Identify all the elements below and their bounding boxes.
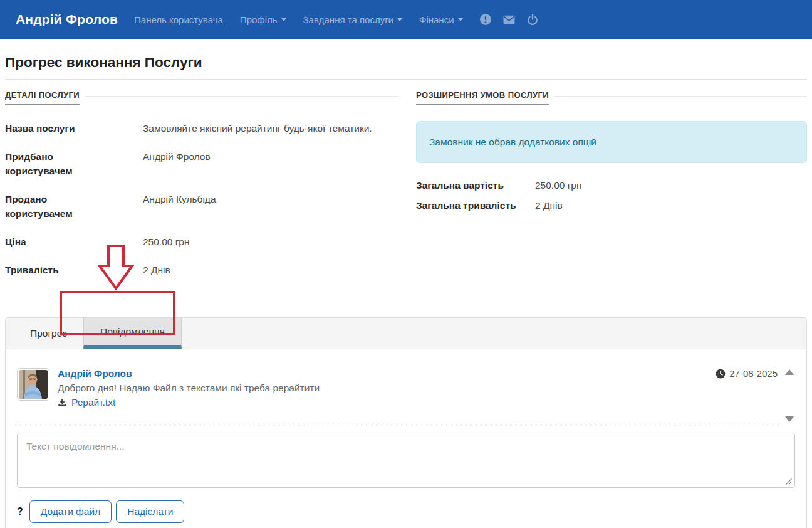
- detail-label: Продано користувачем: [5, 192, 100, 221]
- message-separator: [17, 425, 781, 425]
- nav-item-label: Профіль: [240, 14, 278, 25]
- top-navbar: Андрій Фролов Панель користувача Профіль…: [0, 0, 812, 39]
- nav-item-label: Завдання та послуги: [303, 14, 393, 25]
- message-list: Андрій Фролов Доброго дня! Надаю Файл з …: [6, 349, 806, 417]
- detail-label: Ціна: [5, 235, 100, 249]
- total-label: Загальна тривалість: [416, 198, 535, 213]
- detail-label: Тривалість: [5, 263, 100, 277]
- detail-label: Назва послуги: [5, 121, 100, 135]
- total-cost-row: Загальна вартість 250.00 грн: [416, 178, 807, 193]
- add-file-button[interactable]: Додати файл: [29, 500, 112, 523]
- chevron-down-icon: [281, 18, 286, 21]
- message-scrollbar: [785, 369, 794, 417]
- detail-row-seller: Продано користувачем Андрій Кульбіда: [5, 192, 398, 221]
- nav-item-profile[interactable]: Профіль: [240, 14, 286, 25]
- heading-rule: [554, 96, 807, 97]
- nav-icons: [480, 14, 550, 25]
- page-title: Прогрес виконання Послуги: [5, 55, 807, 71]
- heading-rule: [85, 96, 398, 97]
- message-item: Андрій Фролов Доброго дня! Надаю Файл з …: [17, 368, 779, 417]
- mail-icon[interactable]: [503, 14, 515, 25]
- total-label: Загальна вартість: [416, 178, 535, 193]
- total-duration-row: Загальна тривалість 2 Днів: [416, 198, 807, 213]
- nav-item-tasks-services[interactable]: Завдання та послуги: [303, 14, 402, 25]
- messages-panel: Андрій Фролов Доброго дня! Надаю Файл з …: [5, 349, 807, 528]
- scroll-up-icon[interactable]: [785, 369, 794, 375]
- detail-row-duration: Тривалість 2 Днів: [5, 263, 398, 277]
- download-icon: [58, 398, 67, 408]
- extensions-heading: РОЗШИРЕННЯ УМОВ ПОСЛУГИ: [416, 90, 807, 105]
- detail-row-buyer: Придбано користувачем Андрій Фролов: [5, 149, 398, 178]
- tab-progress[interactable]: Прогрес: [14, 318, 83, 349]
- composer-actions: ? Додати файл Надіслати: [17, 500, 795, 523]
- tab-messages[interactable]: Повідомлення: [83, 318, 182, 349]
- detail-value: Андрій Фролов: [143, 149, 211, 178]
- detail-label: Придбано користувачем: [5, 149, 100, 178]
- attachment-name: Рерайт.txt: [71, 397, 115, 408]
- detail-value: 250.00 грн: [143, 235, 190, 249]
- message-timestamp: 27-08-2025: [716, 368, 778, 379]
- detail-value: Замовляйте якісний рерайтинг будь-якої т…: [143, 121, 372, 135]
- send-button[interactable]: Надіслати: [116, 500, 184, 523]
- nav-item-label: Панель користувача: [134, 14, 223, 25]
- tab-bar: Прогрес Повідомлення: [5, 317, 807, 349]
- scroll-down-icon[interactable]: [785, 416, 794, 422]
- total-value: 250.00 грн: [535, 178, 582, 193]
- clock-icon: [716, 369, 726, 379]
- message-author-link[interactable]: Андрій Фролов: [58, 368, 320, 379]
- tab-label: Повідомлення: [100, 326, 165, 337]
- nav-links: Панель користувача Профіль Завдання та п…: [134, 14, 479, 25]
- chevron-down-icon: [458, 18, 463, 21]
- total-value: 2 Днів: [535, 198, 563, 213]
- brand-user-name[interactable]: Андрій Фролов: [16, 12, 118, 27]
- message-composer: [17, 433, 795, 490]
- service-details-section: ДЕТАЛІ ПОСЛУГИ Назва послуги Замовляйте …: [5, 90, 398, 291]
- power-icon[interactable]: [527, 14, 538, 25]
- help-icon[interactable]: ?: [17, 506, 23, 517]
- extensions-heading-text: РОЗШИРЕННЯ УМОВ ПОСЛУГИ: [416, 90, 549, 105]
- detail-row-service-name: Назва послуги Замовляйте якісний рерайти…: [5, 121, 398, 135]
- nav-item-finance[interactable]: Фінанси: [419, 14, 463, 25]
- page-content: Прогрес виконання Послуги ДЕТАЛІ ПОСЛУГИ…: [0, 55, 812, 528]
- detail-row-price: Ціна 250.00 грн: [5, 235, 398, 249]
- message-text: Доброго дня! Надаю Файл з текстами які т…: [58, 383, 320, 394]
- tabs-section: Прогрес Повідомлення: [5, 317, 807, 528]
- attachment-link[interactable]: Рерайт.txt: [58, 397, 320, 408]
- nav-item-label: Фінанси: [419, 14, 454, 25]
- alert-circle-icon[interactable]: [480, 14, 491, 25]
- tab-label: Прогрес: [30, 328, 67, 339]
- details-heading: ДЕТАЛІ ПОСЛУГИ: [5, 90, 398, 105]
- no-options-alert: Замовник не обрав додаткових опцій: [416, 121, 807, 163]
- detail-value: Андрій Кульбіда: [143, 192, 216, 221]
- chevron-down-icon: [397, 18, 402, 21]
- message-date: 27-08-2025: [729, 368, 778, 379]
- detail-value: 2 Днів: [143, 263, 170, 277]
- title-divider: [5, 79, 807, 80]
- details-heading-text: ДЕТАЛІ ПОСЛУГИ: [5, 90, 80, 105]
- service-extensions-section: РОЗШИРЕННЯ УМОВ ПОСЛУГИ Замовник не обра…: [416, 90, 807, 291]
- nav-item-dashboard[interactable]: Панель користувача: [134, 14, 223, 25]
- message-body: Андрій Фролов Доброго дня! Надаю Файл з …: [58, 368, 320, 417]
- summary-columns: ДЕТАЛІ ПОСЛУГИ Назва послуги Замовляйте …: [5, 90, 807, 291]
- avatar[interactable]: [17, 368, 49, 401]
- message-input[interactable]: [17, 433, 795, 488]
